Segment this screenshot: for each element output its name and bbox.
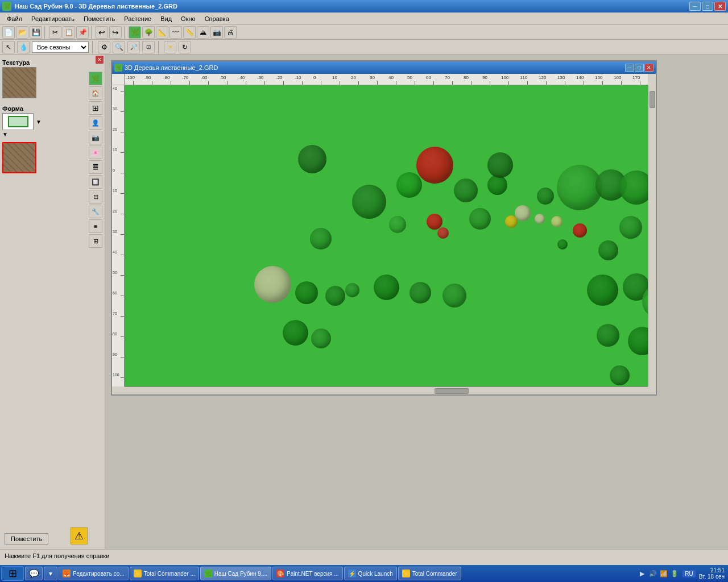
taskbar-arrow[interactable]: ▼ <box>44 567 57 580</box>
zoom-out-btn[interactable]: 🔎 <box>127 41 140 53</box>
maximize-button[interactable]: □ <box>702 2 713 11</box>
tray-battery[interactable]: 🔋 <box>670 569 679 578</box>
tree-33[interactable] <box>325 286 345 306</box>
sidebar-icon-grid2[interactable]: ⊟ <box>89 190 102 203</box>
minimize-button[interactable]: ─ <box>689 2 701 11</box>
tree-19[interactable] <box>573 223 587 238</box>
tree-46[interactable] <box>311 329 331 348</box>
tree-13[interactable] <box>515 205 531 221</box>
tree-38[interactable] <box>587 275 618 306</box>
path-btn[interactable]: 〰 <box>169 26 182 39</box>
texture-preview[interactable] <box>2 67 36 98</box>
taskbar-skype[interactable]: 💬 <box>25 567 43 580</box>
tree-32[interactable] <box>295 281 318 304</box>
sidebar-icon-stairs[interactable]: ≡ <box>89 219 102 233</box>
rotate-btn[interactable]: ↻ <box>179 41 191 53</box>
shape-dropdown[interactable]: ▼ <box>36 119 42 125</box>
vscroll-thumb[interactable] <box>650 91 655 108</box>
tree-3[interactable] <box>396 172 422 198</box>
sidebar-icon-grid1[interactable]: ⊞ <box>89 101 102 115</box>
terrain-btn[interactable]: ⛰ <box>197 26 209 39</box>
undo-btn[interactable]: ↩ <box>96 26 108 39</box>
sidebar-icon-camera[interactable]: 📷 <box>89 131 102 144</box>
tree-48[interactable] <box>628 327 648 355</box>
garden-canvas[interactable] <box>125 85 648 386</box>
tree-9[interactable] <box>469 208 491 230</box>
shape-rectangle[interactable] <box>2 113 34 130</box>
taskbar-totalcmd2[interactable]: ⚡ Total Commander <box>398 567 461 580</box>
tree-34[interactable] <box>374 275 399 300</box>
hscroll-thumb[interactable] <box>435 388 469 394</box>
tree-15[interactable] <box>551 216 562 227</box>
tray-volume[interactable]: 🔊 <box>648 569 657 578</box>
sidebar-icon-leaf[interactable]: 🌿 <box>89 72 102 85</box>
inner-maximize[interactable]: □ <box>635 64 644 72</box>
close-button[interactable]: ✕ <box>714 2 726 11</box>
paste-btn[interactable]: 📌 <box>76 26 89 39</box>
tree-23[interactable] <box>619 171 648 205</box>
menu-window[interactable]: Окно <box>176 14 200 23</box>
tree-7[interactable] <box>437 227 449 239</box>
save-btn[interactable]: 💾 <box>30 26 42 39</box>
tree-45[interactable] <box>283 320 308 346</box>
tray-arrow[interactable]: ▶ <box>638 569 647 578</box>
tree-2[interactable] <box>352 185 386 219</box>
tray-network[interactable]: 📶 <box>659 569 668 578</box>
zoom-fit-btn[interactable]: ⊡ <box>142 41 155 53</box>
camera-btn[interactable]: 📷 <box>210 26 223 39</box>
copy-btn[interactable]: 📋 <box>63 26 75 39</box>
place-obj-btn[interactable]: 📐 <box>156 26 168 39</box>
zoom-in-btn[interactable]: 🔍 <box>113 41 125 53</box>
menu-file[interactable]: Файл <box>2 14 27 23</box>
place-button[interactable]: Поместить <box>5 533 48 544</box>
tree-20[interactable] <box>557 239 568 250</box>
shape-more[interactable]: ▼ <box>2 131 102 138</box>
tree-5[interactable] <box>416 147 453 184</box>
inner-minimize[interactable]: ─ <box>625 64 634 72</box>
measure-btn[interactable]: 📏 <box>183 26 196 39</box>
taskbar-paintnet[interactable]: 🎨 Paint.NET версия ... <box>272 567 343 580</box>
menu-view[interactable]: Вид <box>156 14 176 23</box>
sun-btn[interactable]: ☀ <box>164 41 176 53</box>
season-dropdown[interactable]: Все сезоны <box>32 41 89 53</box>
print-btn[interactable]: 🖨 <box>224 26 237 39</box>
tree-6[interactable] <box>427 214 442 230</box>
tree-35[interactable] <box>345 283 359 297</box>
tree-21[interactable] <box>598 240 618 260</box>
dropper-btn[interactable]: 💧 <box>17 41 30 53</box>
tree-11[interactable] <box>487 152 513 178</box>
clock[interactable]: 21:51 Вт, 18 сен <box>699 567 725 580</box>
tree-47[interactable] <box>597 324 619 347</box>
tree-1[interactable] <box>310 228 332 250</box>
tree-22[interactable] <box>619 216 642 239</box>
sidebar-icon-bricks[interactable]: ⊞ <box>89 234 102 248</box>
taskbar-firefox[interactable]: 🦊 Редактировать со... <box>59 567 129 580</box>
menu-place[interactable]: Поместить <box>79 14 119 23</box>
sidebar-icon-road[interactable]: 🛤 <box>89 160 102 174</box>
tree-8[interactable] <box>454 178 478 202</box>
sidebar-icon-flower[interactable]: 🌸 <box>89 146 102 159</box>
sidebar-icon-tools[interactable]: 🔧 <box>89 205 102 218</box>
open-btn[interactable]: 📂 <box>16 26 28 39</box>
tree-10[interactable] <box>487 175 507 195</box>
place-icon[interactable]: ⚠ <box>71 527 88 544</box>
menu-edit[interactable]: Редактировать <box>27 14 79 23</box>
tree-0[interactable] <box>298 145 326 173</box>
taskbar-totalcmd1[interactable]: ⚡ Total Commander ... <box>130 567 199 580</box>
sidebar-icon-house[interactable]: 🏠 <box>89 86 102 100</box>
start-button[interactable]: ⊞ <box>1 566 24 581</box>
vertical-scrollbar[interactable] <box>648 85 656 386</box>
texture-preview2[interactable] <box>2 142 36 173</box>
tree-36[interactable] <box>410 282 431 304</box>
redo-btn[interactable]: ↪ <box>109 26 122 39</box>
taskbar-quicklaunch[interactable]: ⚡ Quick Launch <box>344 567 397 580</box>
cut-btn[interactable]: ✂ <box>49 26 61 39</box>
sidebar-icon-person[interactable]: 👤 <box>89 116 102 130</box>
menu-plant[interactable]: Растение <box>119 14 156 23</box>
plant-btn[interactable]: 🌳 <box>142 26 155 39</box>
tree-4[interactable] <box>389 216 406 233</box>
tree-16[interactable] <box>537 188 554 205</box>
horizontal-scrollbar[interactable] <box>125 386 648 394</box>
sidebar-close-btn[interactable]: ✕ <box>96 56 104 64</box>
sidebar-icon-fence[interactable]: 🔲 <box>89 175 102 189</box>
